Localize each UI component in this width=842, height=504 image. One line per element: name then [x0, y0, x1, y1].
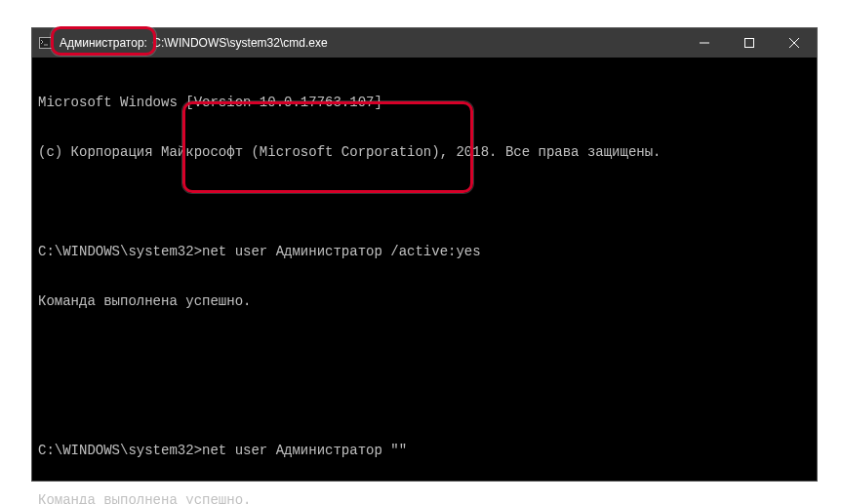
cmd-window: Администратор: C:\WINDOWS\system32\cmd.e…	[31, 27, 818, 482]
minimize-button[interactable]	[682, 28, 727, 58]
terminal-output: Команда выполнена успешно.	[38, 492, 811, 504]
maximize-button[interactable]	[727, 28, 772, 58]
titlebar-left: Администратор: C:\WINDOWS\system32\cmd.e…	[32, 35, 328, 51]
title-path-label: C:\WINDOWS\system32\cmd.exe	[152, 36, 327, 50]
terminal-blank	[38, 393, 811, 409]
title-admin-label: Администратор:	[60, 36, 147, 50]
window-controls	[682, 28, 817, 58]
close-button[interactable]	[772, 28, 817, 58]
svg-rect-3	[745, 39, 754, 48]
terminal-prompt: C:\WINDOWS\system32>net user Администрат…	[38, 443, 811, 459]
titlebar[interactable]: Администратор: C:\WINDOWS\system32\cmd.e…	[32, 28, 817, 58]
window-title: Администратор: C:\WINDOWS\system32\cmd.e…	[60, 36, 328, 50]
terminal-blank	[38, 343, 811, 360]
terminal-output: Команда выполнена успешно.	[38, 293, 811, 310]
terminal-line: Microsoft Windows [Version 10.0.17763.10…	[38, 95, 811, 111]
terminal-prompt: C:\WINDOWS\system32>net user Администрат…	[38, 244, 811, 260]
terminal-line: (c) Корпорация Майкрософт (Microsoft Cor…	[38, 144, 811, 161]
terminal-body[interactable]: Microsoft Windows [Version 10.0.17763.10…	[32, 58, 817, 504]
cmd-icon	[38, 35, 54, 51]
terminal-blank	[38, 194, 811, 211]
